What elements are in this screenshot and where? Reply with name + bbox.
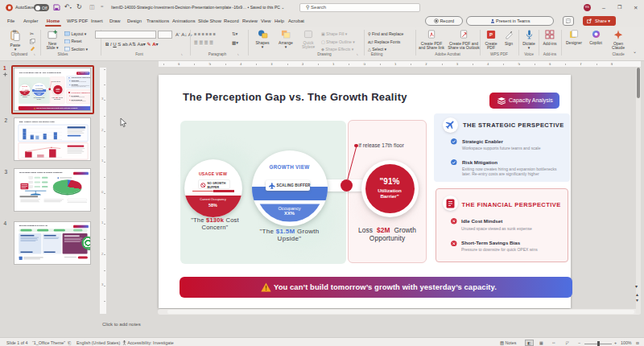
svg-text:P: P <box>489 32 493 37</box>
